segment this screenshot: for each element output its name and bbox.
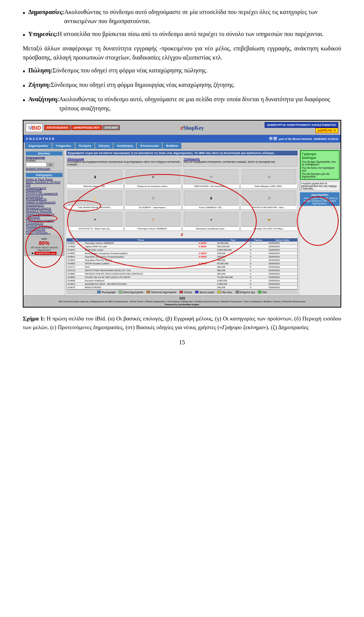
legend-label-aple: Απλή δημοπρασία — [123, 291, 143, 294]
cat-rouxa[interactable]: Ρούχα & Καλλωπτικά(4) — [26, 219, 63, 222]
cat-epipla[interactable]: Έπιπλά & είδη γραφείου(3) — [26, 192, 63, 195]
page-number: 15 — [23, 339, 341, 346]
grigoro-title: Γρήγοροξεκίνημα — [302, 152, 338, 160]
sidebar-kodikos-input[interactable] — [26, 162, 47, 167]
table-row: #14717DVD300,00€025/09/2001 — [67, 265, 297, 269]
subheader-icons: 华 联 — [269, 136, 278, 141]
legend-aple: Απλή δημοπρασία — [119, 290, 143, 294]
computers-desc: Είδη και περιφεριακά υπολογιστών, εκπληκ… — [184, 160, 297, 163]
computers-section: Υπολογιστές Είδη και περιφεριακά υπολογι… — [183, 157, 298, 167]
legend-color-aple — [119, 290, 122, 294]
product-prova[interactable]: 🎵 PROVA D'ORCHESTRA - Nino... — [240, 189, 298, 210]
product-mainstream[interactable]: 📀 THE MAINSTREAM MASTERS... — [66, 189, 124, 210]
middle-paragraph: Μεταξύ άλλων αναφέρουμε τη δυνατότητα εγ… — [23, 44, 341, 62]
caption-text-body: Η πρώτη σελίδα του iBid. (α) Οι βασικές … — [23, 316, 341, 330]
subheader-date: 30/08/2001 14:08:24 — [314, 138, 338, 140]
nav-voitheia[interactable]: Βοήθεια — [163, 143, 181, 149]
table-row: #14843BMW 316is coupe6.900.000,00€026/09… — [67, 248, 297, 252]
ibid-logo-area: ⣿ iBID ΑΠΟΤΕΛΕΣΜΑΤΑ ΔΗΜΟΠΡΑΣΙΕΣ ΜΟΥ SITE… — [26, 124, 120, 132]
nav-ypiresies[interactable]: Υπηρεσίες — [52, 143, 75, 149]
cat-kosmimata[interactable]: Κοσμήματα(21) — [26, 204, 63, 207]
sidebar-autom[interactable]: Αυτόματη αναγνώριση — [26, 167, 63, 170]
cat-oikiaka[interactable]: Οικιακά & Ηλεκτρικά(19) — [26, 213, 63, 216]
bullet-list-2: Πώληση: Σύνδεσμος που οδηγεί στη φόρμα ν… — [23, 66, 341, 113]
grigoro-q2: Πώς θα δώσω την προσφορά μου; — [302, 166, 338, 172]
table-row: #14690HOUSE 200 m2 IN TWO LEVELS IN CRET… — [67, 276, 297, 279]
legend-label-nea-nikis: Νέα νίκης — [222, 291, 232, 294]
auction-box-desc: ...που αρχίζουν σήμερα. Αυτή τη στιγμή υ… — [301, 197, 339, 205]
product-aerothermos[interactable]: 🔌 Ηλεκτρικός αερόθερμος φού... — [182, 210, 240, 231]
legend-elax: Ελάχιστη τιμή — [235, 290, 255, 294]
product-beethoven[interactable]: 🎵 BEETHOVEN - Die Geschopfe... — [182, 168, 240, 188]
product-schubert[interactable]: 🎵 SCHUBERT - Impromptus... — [124, 189, 182, 210]
eshopkey-logo: eShopKey — [180, 124, 204, 132]
sidebar-kodikos-label: Κωδικός — [26, 159, 36, 162]
product-img-prova: 🎵 — [242, 190, 297, 206]
cat-vivlia[interactable]: Βιβλία, Περιοδικά & CD-ROM (12) — [26, 181, 63, 186]
nav-zitisi[interactable]: Ζήτηση — [95, 143, 113, 149]
cat-syllektika[interactable]: Συλλεκτικά(10) — [26, 222, 63, 225]
legend-label-pollaplh: Πολλαπλή δημοπρασία — [151, 291, 176, 294]
product-plyntiro[interactable]: 🏠 Πλυντήριο πιάτων SIEMENS... — [124, 210, 182, 231]
cat-hobbies[interactable]: Hobbies & Αθλητισμός(5) — [26, 201, 63, 204]
legend-label-nea: Νέα — [262, 291, 267, 294]
electronics-desc: Επισκεφθείτε φωτογραφικό κατάλογο ηλεκτρ… — [67, 160, 180, 166]
product-name-aerothermos: Ηλεκτρικός αερόθερμος φού... — [184, 228, 238, 230]
legend-pollaplh: Πολλαπλή δημοπρασία — [146, 290, 176, 294]
term-zitisi: Ζήτηση: — [28, 80, 50, 89]
ibid-sidebar: Είσοδος Αναγνωριστικό Κωδικός OK Αυτόματ… — [24, 149, 65, 295]
grigoro-q3: Πώς θα ξεκινήσω μία νέα δημοπρασία; — [302, 173, 338, 178]
demo-desc1: Γνωρίστε μερικά από τα χαρακτηριστικά πο… — [301, 182, 339, 190]
table-row: #14676ΜΠΙΖΟΥΤΙΕΡΕΣ295,00€023/09/2001 — [67, 286, 297, 289]
cat-oles[interactable]: Όλες οι κατηγορίες ... — [26, 231, 63, 234]
nav-epikoinonia[interactable]: Επικοινωνία — [137, 143, 162, 149]
nav-demoprasia[interactable]: Δημοπρασίες — [25, 143, 52, 149]
product-name-phone: Τηλέφωνο με αυτόματη κλήση... — [126, 185, 180, 187]
th-titlos: Τίτλος — [84, 239, 198, 242]
product-autocad[interactable]: 💻 AUTOCAD 12 - Βήμα προς βή... — [66, 210, 124, 231]
sitemap-btn[interactable]: SITE MAP — [103, 125, 120, 130]
cat-mousiki[interactable]: Μουσική & Ταινίες(66) — [26, 210, 63, 213]
bullet-item-zitisi: Ζήτηση: Σύνδεσμος που οδηγεί στη φόρμα δ… — [23, 80, 341, 91]
table-row: #14690Ericsson chatboard8.000,00€023/09/… — [67, 279, 297, 283]
text-demoprasia: Ακολουθώντας το σύνδεσμο αυτό οδηγούμαστ… — [64, 8, 341, 26]
product-img-siemens: 📱 — [184, 190, 238, 206]
product-name-prova: PROVA D'ORCHESTRA - Nino... — [242, 206, 297, 209]
legend-color-nea-nikis — [217, 290, 221, 294]
th-prosf: Προσφ. — [249, 239, 268, 242]
nav-polisi[interactable]: Πώληση — [75, 143, 94, 149]
product-phone[interactable]: ☎ Τηλέφωνο με αυτόματη κλήση... — [124, 168, 182, 188]
cat-ypologistes[interactable]: Υπολογιστές(40) — [26, 228, 63, 231]
legend-bar: Φωτογραφία Απλή δημοπρασία Πολλαπλή δημο… — [66, 290, 298, 294]
ibid-top-buttons: ΑΠΟΤΕΛΕΣΜΑΤΑ ΔΗΜΟΠΡΑΣΙΕΣ ΜΟΥ SITE MAP — [44, 125, 120, 130]
table-row: #14855Φωτογράφος 'Σύγχρονος Κινηματογράφ… — [67, 252, 297, 255]
product-siemens[interactable]: 📱 Κινητό SIEMENS C35... — [182, 189, 240, 210]
grigoro-q1: Πώς θα βρώ δημοπρασίες που με ενδιαφέρου… — [302, 160, 338, 166]
product-motorola[interactable]: 📱 Motorola Startac 130... — [66, 168, 124, 188]
product-duke[interactable]: 🎵 Duke Ellington (1951-1958... — [240, 168, 298, 188]
nav-anazitisi[interactable]: Αναζήτηση — [113, 143, 136, 149]
product-name-schubert: SCHUBERT - Impromptus... — [126, 206, 180, 209]
product-img-phone: ☎ — [126, 169, 180, 184]
legend-color-photo — [97, 290, 101, 294]
subheader-network: part of the iBoom Network — [279, 138, 312, 140]
cat-elektronika[interactable]: Ηλεκτρονικά & Φωτογραφικά(19) — [26, 195, 63, 201]
legend-label-zitisi: Ζήτηση — [184, 291, 192, 294]
product-synergy[interactable]: 📻 Synergy CDJ 2010 CD Playe... — [240, 210, 298, 231]
product-name-duke: Duke Ellington (1951-1958... — [242, 185, 297, 187]
legend-label-amesi: Άμεση αγορά — [199, 291, 214, 294]
cat-paixnidia[interactable]: Παιχνίδια(6) — [26, 216, 63, 219]
cat-metaforika[interactable]: Μεταφορικό μέσα(14) — [26, 207, 63, 210]
results-btn[interactable]: ΑΠΟΤΕΛΕΣΜΑΤΑ — [44, 125, 71, 130]
cat-tourismos[interactable]: Τουρισμός & Ταξίδια(1) — [26, 225, 63, 228]
sidebar-anagn: Αναγνωριστικό — [26, 156, 63, 159]
create-store-btn[interactable]: ΔΗΜΙΟΥΡΓΙΑ ΗΛΕΚΤΡΟΝΙΚΟΥ ΚΑΤΑΣΤΗΜΑΤΟΣ — [265, 122, 338, 128]
legend-color-pollaplh — [146, 290, 150, 294]
overstock-link[interactable]: OVERSTOCK.com — [35, 252, 56, 255]
th-badges — [198, 239, 216, 242]
cat-antikes[interactable]: Αντίκες & Τέχνη Τέχνης — [26, 178, 63, 181]
sidebar-ok-btn[interactable]: OK — [47, 163, 54, 167]
th-date: Ημ/νια Λήξης — [268, 239, 297, 242]
demos-btn[interactable]: ΔΗΜΟΠΡΑΣΙΕΣ ΜΟΥ — [71, 125, 102, 130]
cat-grammatosima[interactable]: Γραμματόσημα & Νομίσματα(6) — [26, 187, 63, 192]
